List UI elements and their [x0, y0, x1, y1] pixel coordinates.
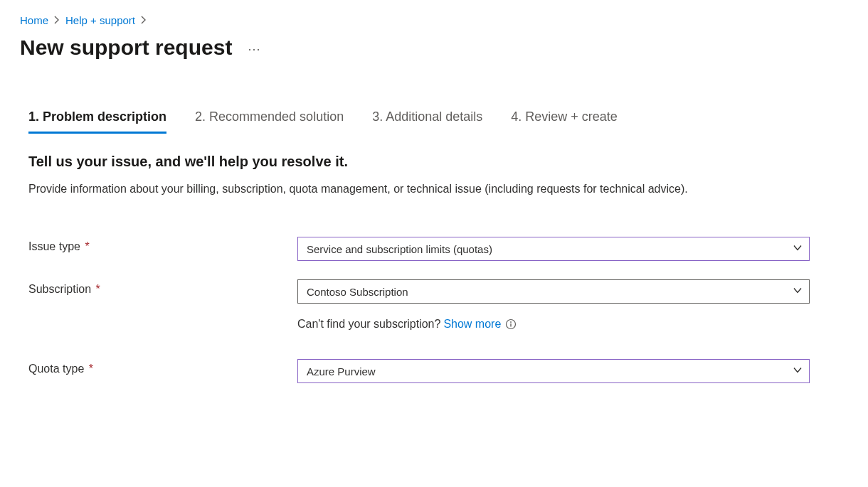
issue-type-value: Service and subscription limits (quotas)	[307, 243, 492, 255]
subscription-hint: Can't find your subscription? Show more	[297, 318, 848, 331]
chevron-right-icon	[139, 14, 148, 26]
section-description: Provide information about your billing, …	[28, 181, 811, 197]
quota-type-label: Quota type *	[28, 359, 297, 375]
svg-rect-2	[511, 323, 512, 327]
tab-problem-description[interactable]: 1. Problem description	[28, 109, 166, 134]
more-actions-button[interactable]: ···	[243, 39, 265, 60]
subscription-select[interactable]: Contoso Subscription	[297, 279, 810, 304]
breadcrumb-help-support[interactable]: Help + support	[65, 14, 135, 26]
quota-type-select[interactable]: Azure Purview	[297, 359, 810, 383]
required-indicator: *	[85, 363, 93, 375]
required-indicator: *	[82, 240, 90, 252]
info-icon[interactable]	[505, 319, 517, 330]
show-more-link[interactable]: Show more	[443, 318, 501, 331]
subscription-value: Contoso Subscription	[307, 286, 408, 298]
subscription-hint-text: Can't find your subscription?	[297, 318, 440, 331]
breadcrumb: Home Help + support	[20, 14, 848, 26]
chevron-right-icon	[53, 14, 61, 26]
svg-point-1	[510, 321, 512, 323]
tab-additional-details[interactable]: 3. Additional details	[372, 109, 482, 134]
tab-recommended-solution[interactable]: 2. Recommended solution	[195, 109, 344, 134]
quota-type-value: Azure Purview	[307, 365, 376, 378]
tab-review-create[interactable]: 4. Review + create	[511, 109, 618, 134]
breadcrumb-home[interactable]: Home	[20, 14, 48, 26]
required-indicator: *	[92, 283, 100, 295]
subscription-label: Subscription *	[28, 279, 297, 296]
section-subtitle: Tell us your issue, and we'll help you r…	[28, 154, 848, 170]
tabs: 1. Problem description 2. Recommended so…	[20, 109, 848, 134]
issue-type-label: Issue type *	[28, 237, 297, 253]
issue-type-select[interactable]: Service and subscription limits (quotas)	[297, 237, 810, 261]
page-title: New support request	[20, 36, 232, 60]
